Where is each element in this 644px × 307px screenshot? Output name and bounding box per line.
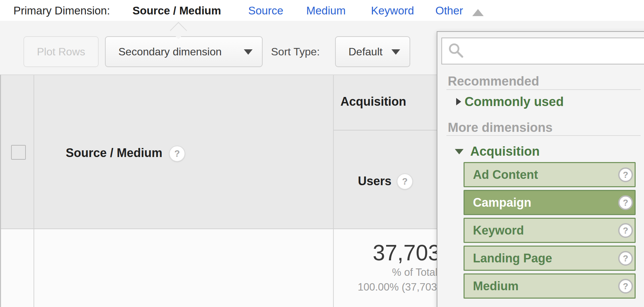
dimension-link-medium[interactable]: Medium: [306, 4, 345, 17]
primary-dimension-label: Primary Dimension:: [13, 4, 110, 17]
column-divider: [333, 75, 334, 307]
section-divider: [446, 135, 641, 136]
dimension-option-label: Medium: [473, 279, 519, 293]
commonly-used-toggle[interactable]: Commonly used: [465, 94, 564, 109]
help-icon[interactable]: ?: [618, 167, 633, 182]
acquisition-group-header: Acquisition: [340, 95, 406, 109]
dimension-link-keyword[interactable]: Keyword: [371, 4, 414, 17]
dimension-option-medium[interactable]: Medium ?: [464, 273, 636, 299]
dimension-option-label: Landing Page: [473, 251, 552, 265]
users-column-header[interactable]: Users: [358, 174, 391, 188]
plot-rows-button[interactable]: Plot Rows: [23, 36, 99, 67]
dimension-option-ad-content[interactable]: Ad Content ?: [464, 162, 636, 187]
help-icon[interactable]: ?: [618, 195, 633, 210]
secondary-dimension-dropdown[interactable]: Secondary dimension: [105, 36, 263, 67]
dimension-option-landing-page[interactable]: Landing Page ?: [464, 246, 636, 271]
users-total-summary: 37,703 % of Total: 100.00% (37,703): [358, 240, 440, 295]
section-divider: [446, 89, 641, 90]
column-divider: [34, 75, 34, 307]
caret-down-icon: [391, 49, 400, 55]
help-icon[interactable]: ?: [618, 251, 633, 266]
help-icon[interactable]: ?: [169, 146, 185, 162]
dimension-link-source[interactable]: Source: [248, 4, 283, 17]
dimension-option-label: Keyword: [473, 223, 524, 238]
sort-type-label: Sort Type:: [271, 36, 320, 67]
dimension-option-keyword[interactable]: Keyword ?: [464, 218, 636, 243]
dimension-picker-panel: Recommended Commonly used More dimension…: [437, 31, 644, 307]
chevron-down-icon[interactable]: [455, 149, 464, 154]
dimension-option-label: Ad Content: [473, 168, 538, 182]
percent-of-total-value: 100.00% (37,703): [358, 280, 440, 295]
primary-dimension-bar: Primary Dimension: Source / Medium Sourc…: [0, 0, 644, 21]
select-all-checkbox[interactable]: [11, 145, 26, 160]
users-total-value: 37,703: [358, 240, 440, 265]
dimension-column-header: Source / Medium: [66, 146, 162, 160]
recommended-section-header: Recommended: [448, 74, 539, 89]
dimension-option-label: Campaign: [473, 196, 531, 210]
chevron-right-icon[interactable]: [456, 98, 461, 105]
help-icon[interactable]: ?: [397, 173, 413, 190]
percent-of-total-label: % of Total:: [358, 265, 440, 280]
caret-down-icon: [244, 49, 253, 55]
sort-type-dropdown[interactable]: Default: [335, 36, 410, 67]
acquisition-group-toggle[interactable]: Acquisition: [470, 144, 540, 159]
dimension-search-input[interactable]: [441, 38, 644, 64]
help-icon[interactable]: ?: [618, 223, 633, 238]
dimension-option-campaign[interactable]: Campaign ?: [464, 190, 636, 215]
sort-type-value: Default: [348, 46, 382, 58]
secondary-dimension-label: Secondary dimension: [118, 46, 222, 58]
triangle-up-icon[interactable]: [472, 9, 484, 16]
more-dimensions-section-header: More dimensions: [448, 120, 553, 135]
help-icon[interactable]: ?: [618, 279, 633, 294]
dimension-link-other[interactable]: Other: [435, 4, 463, 17]
primary-dimension-selected-tab[interactable]: Source / Medium: [132, 4, 221, 17]
